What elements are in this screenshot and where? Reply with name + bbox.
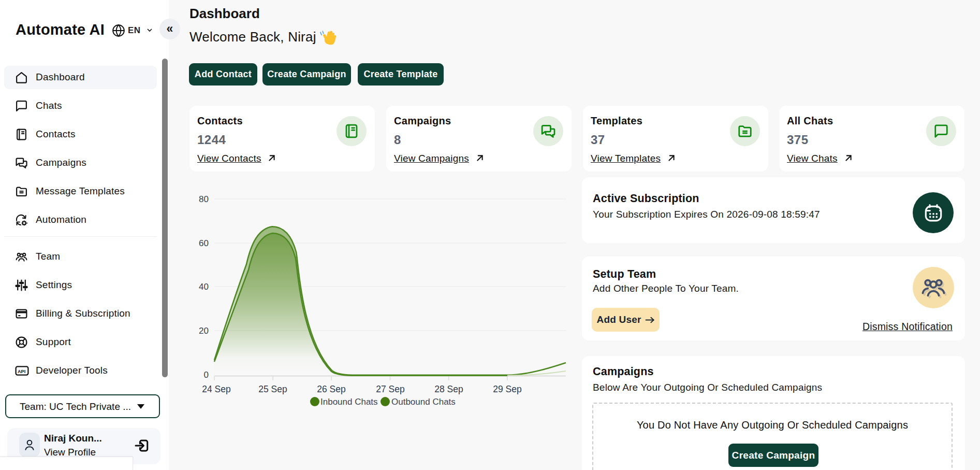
- svg-text:Inbound Chats: Inbound Chats: [320, 397, 378, 407]
- svg-text:Outbound Chats: Outbound Chats: [391, 397, 456, 407]
- svg-text:API: API: [18, 369, 25, 374]
- svg-text:20: 20: [199, 326, 209, 336]
- svg-text:29 Sep: 29 Sep: [493, 384, 521, 394]
- svg-text:26 Sep: 26 Sep: [317, 384, 345, 394]
- svg-text:24 Sep: 24 Sep: [202, 384, 230, 394]
- svg-text:60: 60: [199, 238, 209, 248]
- svg-text:27 Sep: 27 Sep: [376, 384, 404, 394]
- svg-text:40: 40: [199, 282, 209, 292]
- svg-text:80: 80: [199, 194, 209, 204]
- svg-text:25 Sep: 25 Sep: [258, 384, 287, 394]
- svg-text:0: 0: [204, 370, 209, 380]
- svg-text:28 Sep: 28 Sep: [434, 384, 463, 394]
